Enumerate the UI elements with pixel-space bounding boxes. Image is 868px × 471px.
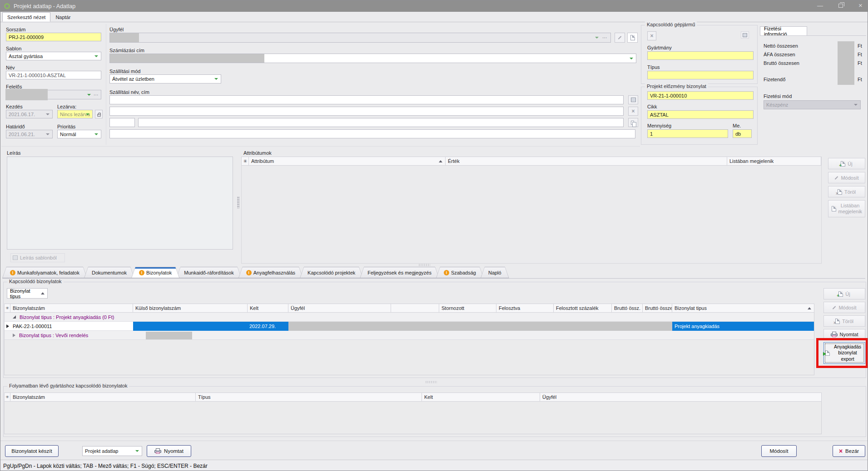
attributes-new-button[interactable]: +Új (828, 158, 865, 169)
mennyiseg-field[interactable]: 1 (647, 129, 728, 138)
clear-address-button[interactable]: × (628, 107, 638, 116)
clear-vehicle-button[interactable]: × (647, 31, 656, 40)
anyagkiadas-export-button[interactable]: Anyagkiadás bizonylat export (823, 342, 865, 364)
minimize-icon[interactable]: — (817, 3, 823, 9)
tab-fizetesi-informacio[interactable]: Fizetési információ (760, 26, 807, 36)
docs-col-kulso[interactable]: Külső bizonylatszám (133, 304, 248, 313)
edit-customer-button[interactable] (615, 33, 625, 43)
production-col-ugyfel[interactable]: Ügyfél (540, 392, 822, 402)
tab-naptar[interactable]: Naptár (50, 12, 75, 22)
ellipsis-icon[interactable]: … (94, 91, 99, 96)
tab-naplo[interactable]: Napló (481, 267, 509, 278)
elozmeny-field[interactable]: VR-21-1-000010 (647, 91, 754, 100)
production-col-bizonylatszam[interactable]: Bizonylatszám (10, 392, 196, 402)
cikk-field[interactable]: ASZTAL (647, 110, 754, 119)
fizetesi-mod-combo[interactable]: Készpénz (764, 100, 861, 109)
szallitasi-mod-combo[interactable]: Átvétel az üzletben (109, 74, 221, 83)
dropdown-icon[interactable] (595, 37, 599, 39)
leiras-sablonbol-button[interactable]: Leírás sablonból (10, 253, 65, 262)
kezdes-date-combo[interactable]: 2021.06.17. (6, 110, 53, 118)
docs-group-row-expanded[interactable]: Bizonylat tipus : Projekt anyagkiadás (0… (5, 313, 814, 322)
docs-col-kelt[interactable]: Kelt (248, 304, 288, 313)
docs-col-felosztva[interactable]: Felosztva (496, 304, 554, 313)
dropdown-icon[interactable] (94, 133, 98, 135)
shipping-address-input-1[interactable] (109, 107, 624, 116)
docs-col-felosztott-szazalek[interactable]: Felosztott százalék (554, 304, 612, 313)
tab-szabadsag[interactable]: !Szabadság (436, 267, 484, 278)
zip-input[interactable] (109, 118, 135, 127)
me-field[interactable]: db (733, 129, 752, 138)
docs-row-date-cell[interactable]: 2022.07.29. (249, 322, 276, 331)
leiras-textarea[interactable] (7, 157, 233, 250)
attributes-delete-button[interactable]: ×Töröl (828, 186, 865, 197)
expand-icon[interactable] (13, 334, 15, 337)
dropdown-icon[interactable] (854, 104, 858, 106)
docs-new-button[interactable]: +Új (823, 288, 865, 299)
docs-col-blank[interactable] (391, 304, 439, 313)
docs-col-ugyfel[interactable]: Ügyfél (288, 304, 391, 313)
tab-dokumentumok[interactable]: Dokumentumok (84, 267, 134, 278)
docs-col-bizonylat-tipus[interactable]: Bizonylat tipus (672, 304, 814, 313)
gyartmany-field[interactable] (647, 51, 754, 60)
restore-icon[interactable] (838, 4, 843, 8)
attributes-col-listaban[interactable]: Listában megjelenik (727, 157, 821, 166)
tab-feljegyzesek[interactable]: Feljegyzések és megjegyzés (360, 267, 439, 278)
address-book-button[interactable] (628, 95, 638, 104)
horizontal-splitter[interactable] (418, 264, 430, 266)
dropdown-icon[interactable] (46, 133, 50, 135)
ellipsis-icon[interactable]: … (602, 34, 608, 39)
tab-munkafolyamatok[interactable]: !Munkafolyamatok, feladatok (2, 267, 87, 278)
dropdown-icon[interactable] (214, 78, 218, 80)
copy-address-button[interactable] (628, 118, 638, 127)
tab-bizonylatok[interactable]: !Bizonylatok (131, 267, 179, 278)
dropdown-icon[interactable] (94, 55, 98, 57)
docs-col-brutto-ossze[interactable]: Bruttó össze (643, 304, 672, 313)
shipping-name-input[interactable] (109, 95, 624, 104)
production-col-kelt[interactable]: Kelt (422, 392, 540, 402)
tab-kapcsolodo-projektek[interactable]: Kapcsolódó projektek (300, 267, 363, 278)
prioritas-combo[interactable]: Normál (57, 130, 101, 138)
docs-edit-button[interactable]: Módosít (823, 302, 865, 313)
group-by-chip[interactable]: Bizonylat tipus (7, 288, 48, 299)
lock-button[interactable] (95, 110, 103, 118)
vertical-splitter[interactable] (237, 196, 239, 208)
sorszam-field[interactable]: PRJ-21-000009 (6, 33, 101, 41)
close-icon[interactable]: × (858, 2, 863, 9)
docs-group-row-collapsed[interactable]: Bizonylat tipus : Vevői rendelés (5, 331, 814, 340)
docs-row-docno-cell[interactable]: PAK-22-1-000011 (10, 322, 133, 331)
footer-print-button[interactable]: Nyomtat (147, 445, 191, 457)
vehicle-picker-button[interactable] (741, 31, 749, 39)
report-select-combo[interactable]: Projekt adatlap (82, 446, 142, 456)
dropdown-icon[interactable] (630, 58, 633, 59)
horizontal-splitter[interactable] (425, 381, 437, 383)
ugyfel-combo[interactable]: … (109, 33, 611, 43)
dropdown-icon[interactable] (46, 113, 50, 115)
docs-col-stornozott[interactable]: Stornozott (439, 304, 496, 313)
dropdown-icon[interactable] (135, 450, 139, 452)
attributes-list-button[interactable]: Listában megjelenik (828, 200, 865, 217)
production-col-tipus[interactable]: Típus (196, 392, 422, 402)
tab-szerkeszto-nezet[interactable]: Szerkesztő nézet (2, 12, 50, 22)
dropdown-icon[interactable] (87, 94, 91, 96)
sablon-combo[interactable]: Asztal gyártása (6, 52, 101, 60)
docs-col-bizonylatszam[interactable]: Bizonylatszám (10, 304, 133, 313)
docs-row-type-cell[interactable]: Projekt anyagkiadás (675, 322, 719, 331)
attributes-col-ertek[interactable]: Érték (446, 157, 727, 166)
tab-anyagfelhasznalas[interactable]: !Anyagfelhasználás (238, 267, 303, 278)
collapse-icon[interactable] (13, 315, 16, 319)
new-customer-button[interactable] (627, 33, 638, 43)
footer-modify-button[interactable]: Módosít (761, 445, 797, 457)
lezarva-combo[interactable]: Nincs lezárva (57, 110, 93, 118)
tipus-field[interactable] (647, 71, 754, 79)
dropdown-icon[interactable] (86, 113, 89, 115)
docs-delete-button[interactable]: ×Töröl (823, 315, 865, 327)
docs-col-brutto-ossz[interactable]: Bruttó össz. (612, 304, 643, 313)
footer-close-button[interactable]: ×Bezár (833, 445, 865, 457)
bizonylatot-keszit-button[interactable]: Bizonylatot készít (5, 445, 59, 457)
hatarido-date-combo[interactable]: 2021.06.21. (6, 130, 53, 138)
nev-field[interactable]: VR-21-1-000010-ASZTAL (6, 71, 101, 79)
city-input[interactable] (138, 118, 624, 127)
street-input[interactable] (109, 129, 635, 138)
attributes-edit-button[interactable]: Módosít (828, 172, 865, 183)
tab-munkaido[interactable]: Munkaidő-ráfordítások (176, 267, 241, 278)
